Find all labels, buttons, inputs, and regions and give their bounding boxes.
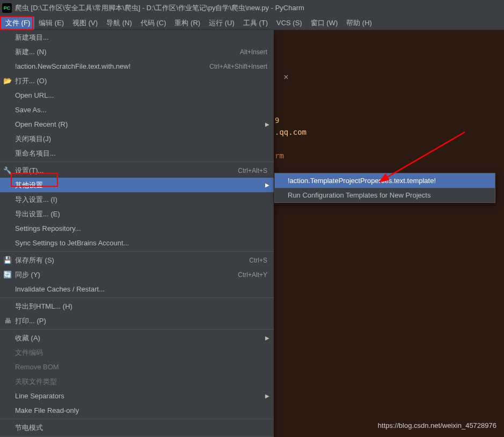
menu-new[interactable]: 新建... (N)Alt+Insert xyxy=(0,45,274,59)
menu-window[interactable]: 窗口 (W) xyxy=(306,17,342,30)
menu-file[interactable]: 文件 (F) xyxy=(1,17,34,30)
menu-close-project[interactable]: 关闭项目(J) xyxy=(0,132,274,146)
chevron-right-icon: ▶ xyxy=(265,393,269,399)
menu-bar: 文件 (F) 编辑 (E) 视图 (V) 导航 (N) 代码 (C) 重构 (R… xyxy=(0,16,504,30)
menu-vcs[interactable]: VCS (S) xyxy=(272,17,306,28)
app-icon: PC xyxy=(2,3,12,13)
menu-view[interactable]: 视图 (V) xyxy=(68,17,102,30)
menu-separator xyxy=(0,162,274,162)
menu-assoc-types: 关联文件类型 xyxy=(0,374,274,389)
menu-other-settings[interactable]: 其他设置▶ xyxy=(0,178,274,192)
menu-new-project[interactable]: 新建项目... xyxy=(0,30,274,45)
menu-refactor[interactable]: 重构 (R) xyxy=(170,17,204,30)
menu-separator xyxy=(0,436,274,436)
menu-separator xyxy=(0,419,274,419)
menu-export-settings[interactable]: 导出设置... (E) xyxy=(0,207,274,221)
watermark: https://blog.csdn.net/weixin_45728976 xyxy=(378,421,496,429)
menu-export-html[interactable]: 导出到HTML... (H) xyxy=(0,299,274,314)
menu-invalidate[interactable]: Invalidate Caches / Restart... xyxy=(0,282,274,296)
menu-sync[interactable]: 🔄同步 (Y)Ctrl+Alt+Y xyxy=(0,267,274,282)
submenu-run-config-templates[interactable]: Run Configuration Templates for New Proj… xyxy=(275,188,495,202)
file-dropdown: 新建项目... 新建... (N)Alt+Insert !action.NewS… xyxy=(0,30,274,437)
menu-open-url[interactable]: Open URL... xyxy=(0,88,274,103)
title-bar: PC 爬虫 [D:\工作区\安全工具\常用脚本\爬虫] - D:\工作区\作业笔… xyxy=(0,0,504,16)
menu-run[interactable]: 运行 (U) xyxy=(204,17,239,30)
code-fragment: 9 xyxy=(275,116,279,125)
submenu-template-properties[interactable]: !action.TemplateProjectProperties.text.t… xyxy=(275,173,495,188)
menu-separator xyxy=(0,329,274,330)
print-icon: 🖶 xyxy=(3,317,12,325)
chevron-right-icon: ▶ xyxy=(265,182,269,188)
sync-icon: 🔄 xyxy=(3,271,12,279)
menu-settings[interactable]: 🔧设置(T)...Ctrl+Alt+S xyxy=(0,163,274,178)
menu-favorites[interactable]: 收藏 (A)▶ xyxy=(0,331,274,345)
menu-file-encoding: 文件编码 xyxy=(0,345,274,360)
menu-print[interactable]: 🖶打印... (P) xyxy=(0,314,274,328)
menu-remove-bom: Remove BOM xyxy=(0,360,274,374)
menu-code[interactable]: 代码 (C) xyxy=(136,17,171,30)
menu-import-settings[interactable]: 导入设置... (I) xyxy=(0,192,274,207)
code-fragment: .qq.com xyxy=(275,128,306,136)
menu-line-separators[interactable]: Line Separators▶ xyxy=(0,389,274,403)
folder-open-icon: 📂 xyxy=(3,77,12,85)
code-fragment: rm xyxy=(275,151,284,160)
menu-open[interactable]: 📂打开... (O) xyxy=(0,74,274,88)
menu-rename-project[interactable]: 重命名项目... xyxy=(0,146,274,161)
save-icon: 💾 xyxy=(3,256,12,265)
menu-settings-repo[interactable]: Settings Repository... xyxy=(0,221,274,236)
menu-edit[interactable]: 编辑 (E) xyxy=(34,17,68,30)
menu-power-save[interactable]: 节电模式 xyxy=(0,420,274,435)
tab-close-icon[interactable]: × xyxy=(281,72,291,83)
menu-separator xyxy=(0,297,274,298)
chevron-right-icon: ▶ xyxy=(265,121,269,127)
menu-new-scratch[interactable]: !action.NewScratchFile.text.with.new!Ctr… xyxy=(0,59,274,74)
wrench-icon: 🔧 xyxy=(3,166,12,175)
menu-readonly[interactable]: Make File Read-only xyxy=(0,403,274,418)
menu-open-recent[interactable]: Open Recent (R)▶ xyxy=(0,117,274,132)
window-title: 爬虫 [D:\工作区\安全工具\常用脚本\爬虫] - D:\工作区\作业笔记\p… xyxy=(15,3,304,13)
menu-tools[interactable]: 工具 (T) xyxy=(239,17,272,30)
chevron-right-icon: ▶ xyxy=(265,335,269,341)
menu-separator xyxy=(0,251,274,252)
menu-save-as[interactable]: Save As... xyxy=(0,103,274,117)
menu-help[interactable]: 帮助 (H) xyxy=(342,17,376,30)
menu-save-all[interactable]: 💾保存所有 (S)Ctrl+S xyxy=(0,253,274,267)
menu-navigate[interactable]: 导航 (N) xyxy=(102,17,136,30)
other-settings-submenu: !action.TemplateProjectProperties.text.t… xyxy=(274,173,495,203)
menu-sync-jetbrains[interactable]: Sync Settings to JetBrains Account... xyxy=(0,236,274,250)
